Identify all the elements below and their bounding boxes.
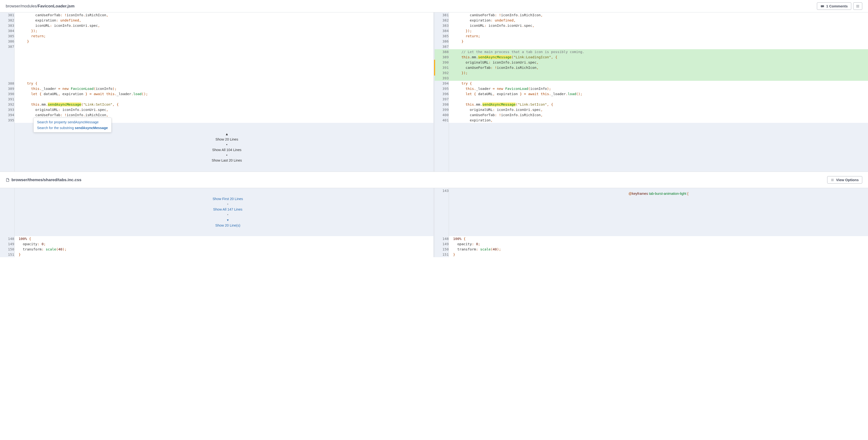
line-number: 151 [0, 252, 14, 257]
code-line[interactable]: iconURL: iconInfo.iconUri.spec, [14, 23, 434, 28]
breadcrumb-file: FaviconLoader.jsm [38, 4, 74, 8]
header-actions: 1 Comments [817, 2, 862, 10]
code-line[interactable]: 100% { [449, 236, 868, 241]
line-number: 386 [435, 39, 449, 44]
show-20-link[interactable]: Show 20 Lines [215, 138, 238, 141]
code-line[interactable] [449, 44, 868, 49]
code-line[interactable] [14, 65, 434, 70]
line-number [0, 76, 14, 81]
code-line[interactable]: originalURL: iconInfo.iconUri.spec, [449, 107, 868, 112]
code-line[interactable]: canUseForTab: !iconInfo.isRichIcon, [14, 112, 434, 118]
view-options-button[interactable]: View Options [827, 176, 862, 183]
code-line[interactable]: canUseForTab: !iconInfo.isRichIcon, [14, 12, 434, 18]
line-number: 381 [0, 12, 14, 18]
show-all-css-link[interactable]: Show All 147 Lines [213, 207, 243, 211]
code-line[interactable]: }); [449, 28, 868, 33]
code-line[interactable]: expiration, [449, 118, 868, 123]
file-icon [6, 178, 9, 182]
code-line[interactable]: let { dataURL, expiration } = await this… [14, 91, 434, 96]
code-line[interactable]: this.mm.sendAsyncMessage("Link:SetIcon",… [449, 102, 868, 107]
line-number: 397 [435, 96, 449, 102]
code-line[interactable]: return; [449, 33, 868, 39]
line-number: 387 [0, 44, 14, 49]
code-line[interactable] [14, 55, 434, 60]
code-line[interactable]: } [449, 39, 868, 44]
code-line[interactable]: } [449, 252, 868, 257]
css-show-bar-left: Show First 20 Lines • Show All 147 Lines… [14, 188, 434, 236]
hamburger-icon [831, 178, 834, 182]
code-line[interactable]: // Let the main process that a tab icon … [449, 49, 868, 55]
code-line[interactable]: expiration: undefined, [449, 18, 868, 23]
line-number: 394 [435, 81, 449, 86]
menu-button[interactable] [853, 2, 862, 10]
line-number: 143 [435, 188, 449, 236]
code-line[interactable] [14, 96, 434, 102]
line-number: 387 [435, 44, 449, 49]
code-line[interactable]: let { dataURL, expiration } = await this… [449, 91, 868, 96]
code-line[interactable]: try { [449, 81, 868, 86]
svg-rect-3 [831, 179, 834, 179]
line-number [0, 55, 14, 60]
code-line[interactable] [14, 60, 434, 65]
code-line[interactable]: originalURL: iconInfo.iconUri.spec, [14, 107, 434, 112]
code-line[interactable]: opacity: 0; [14, 241, 434, 247]
line-number: 386 [0, 39, 14, 44]
code-line[interactable] [14, 44, 434, 49]
code-line[interactable]: }); [449, 70, 868, 76]
menu-search-property[interactable]: Search for property sendAsyncMessage [34, 119, 111, 125]
line-number: 148 [0, 236, 14, 241]
context-menu: Search for property sendAsyncMessage Sea… [33, 118, 112, 133]
line-number: 383 [0, 23, 14, 28]
code-line[interactable]: expiration: undefined, [14, 18, 434, 23]
svg-rect-0 [856, 5, 859, 5]
show-last-link[interactable]: Show Last 20 Lines [212, 158, 242, 162]
line-number: 392 [435, 70, 449, 76]
file-header-bar: browser/modules/FaviconLoader.jsm 1 Comm… [0, 0, 868, 12]
code-line[interactable]: }); [14, 28, 434, 33]
code-line[interactable]: canUseForTab: !iconInfo.isRichIcon, [449, 112, 868, 118]
show-20-css-link[interactable]: Show 20 Line(s) [215, 224, 240, 227]
line-number: 149 [0, 241, 14, 247]
line-number: 399 [435, 107, 449, 112]
line-number: 396 [435, 91, 449, 96]
code-line[interactable]: transform: scale(40); [14, 247, 434, 252]
code-line: @keyframes tab-burst-animation-light { [449, 188, 868, 236]
code-line[interactable]: this._loader = new FaviconLoad(iconInfo)… [449, 86, 868, 91]
code-line[interactable] [14, 49, 434, 55]
show-all-link[interactable]: Show All 104 Lines [212, 148, 242, 152]
line-number: 150 [435, 247, 449, 252]
code-line[interactable]: canUseForTab: !iconInfo.isRichIcon, [449, 65, 868, 70]
code-line[interactable]: } [14, 252, 434, 257]
code-line[interactable] [449, 96, 868, 102]
line-number: 398 [435, 102, 449, 107]
svg-rect-5 [831, 180, 834, 181]
code-line[interactable]: try { [14, 81, 434, 86]
code-line[interactable] [449, 76, 868, 81]
line-number: 382 [0, 18, 14, 23]
line-number: 400 [435, 112, 449, 118]
menu-search-substring[interactable]: Search for the substring sendAsyncMessag… [34, 125, 111, 131]
code-line[interactable]: } [14, 39, 434, 44]
code-line[interactable]: this.mm.sendAsyncMessage("Link:SetIcon",… [14, 102, 434, 107]
code-line[interactable]: canUseForTab: !iconInfo.isRichIcon, [449, 12, 868, 18]
show-first-link[interactable]: Show First 20 Lines [213, 197, 243, 201]
code-line[interactable]: opacity: 0; [449, 241, 868, 247]
line-number: 149 [435, 241, 449, 247]
line-number: 395 [0, 118, 14, 123]
code-line[interactable]: this._loader = new FaviconLoad(iconInfo)… [14, 86, 434, 91]
code-line[interactable]: transform: scale(40); [449, 247, 868, 252]
code-line[interactable]: originalURL: iconInfo.iconUri.spec, [449, 60, 868, 65]
code-line[interactable]: this.mm.sendAsyncMessage("Link:LoadingIc… [449, 55, 868, 60]
breadcrumb: browser/modules/FaviconLoader.jsm [6, 4, 74, 9]
line-number: 148 [435, 236, 449, 241]
line-number: 391 [435, 65, 449, 70]
line-number: 389 [0, 86, 14, 91]
diff-table: 381 canUseForTab: !iconInfo.isRichIcon,3… [0, 12, 868, 123]
line-number: 394 [0, 112, 14, 118]
code-line[interactable] [14, 76, 434, 81]
code-line[interactable]: return; [14, 33, 434, 39]
comments-button[interactable]: 1 Comments [817, 2, 851, 10]
code-line[interactable]: iconURL: iconInfo.iconUri.spec, [449, 23, 868, 28]
code-line[interactable]: 100% { [14, 236, 434, 241]
code-line[interactable] [14, 70, 434, 76]
